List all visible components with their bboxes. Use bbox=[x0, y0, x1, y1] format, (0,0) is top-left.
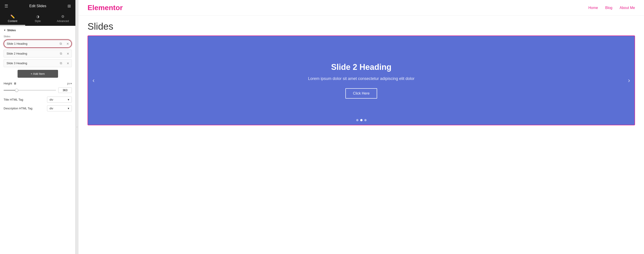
tab-style[interactable]: ◑ Style bbox=[25, 12, 50, 26]
slide-1-delete-button[interactable]: ✕ bbox=[64, 40, 71, 47]
style-tab-icon: ◑ bbox=[36, 14, 40, 19]
title-html-tag-select[interactable]: div ▾ bbox=[47, 97, 72, 103]
title-select-chevron-icon: ▾ bbox=[68, 98, 69, 101]
dot-3[interactable] bbox=[364, 119, 366, 121]
page-section-title: Slides bbox=[78, 16, 644, 35]
height-slider-thumb[interactable] bbox=[15, 89, 18, 92]
slide-item-1[interactable]: Slide 1 Heading ⧉ ✕ bbox=[4, 39, 72, 48]
slide-item-3[interactable]: Slide 3 Heading ⧉ ✕ bbox=[4, 59, 72, 67]
slide-cta-button[interactable]: Click Here bbox=[346, 88, 377, 99]
height-input[interactable] bbox=[58, 87, 72, 93]
description-html-tag-label: Description HTML Tag bbox=[4, 107, 45, 110]
slider-widget: ‹ Slide 2 Heading Lorem ipsum dolor sit … bbox=[88, 35, 635, 125]
tab-advanced[interactable]: ⚙ Advanced bbox=[50, 12, 76, 26]
section-label: Slides bbox=[7, 28, 16, 32]
section-slides-title[interactable]: ▼ Slides bbox=[4, 28, 72, 32]
slide-content: Slide 2 Heading Lorem ipsum dolor sit am… bbox=[290, 53, 432, 108]
slide-2-label: Slide 2 Heading bbox=[4, 50, 58, 57]
panel-content: ▼ Slides Slides Slide 1 Heading ⧉ ✕ Slid… bbox=[0, 26, 76, 254]
dot-2[interactable] bbox=[360, 119, 362, 121]
tab-content[interactable]: ✏️ Content bbox=[0, 12, 25, 26]
slide-1-duplicate-button[interactable]: ⧉ bbox=[58, 40, 64, 47]
advanced-tab-label: Advanced bbox=[57, 19, 69, 23]
slide-3-actions: ⧉ ✕ bbox=[58, 60, 72, 67]
height-slider-fill bbox=[4, 90, 17, 91]
slide-description: Lorem ipsum dolor sit amet consectetur a… bbox=[308, 76, 414, 81]
nav-link-about[interactable]: About Me bbox=[620, 6, 635, 10]
chevron-down-icon: ▾ bbox=[70, 82, 72, 85]
height-slider-row bbox=[4, 87, 72, 93]
left-panel: ☰ Edit Slides ⊞ ✏️ Content ◑ Style ⚙ Adv… bbox=[0, 0, 76, 254]
dot-1[interactable] bbox=[356, 119, 358, 121]
panel-header: ☰ Edit Slides ⊞ bbox=[0, 0, 76, 12]
description-html-tag-row: Description HTML Tag div ▾ bbox=[4, 105, 72, 111]
website-preview: Elementor Home Blog About Me Slides ‹ Sl… bbox=[78, 0, 644, 254]
nav-link-blog[interactable]: Blog bbox=[605, 6, 612, 10]
panel-title: Edit Slides bbox=[29, 4, 46, 8]
site-logo: Elementor bbox=[88, 3, 123, 12]
slide-heading: Slide 2 Heading bbox=[308, 62, 414, 72]
slide-dots bbox=[356, 119, 366, 121]
slide-3-delete-button[interactable]: ✕ bbox=[64, 60, 72, 67]
height-label: Height 🖥 bbox=[4, 82, 65, 85]
slide-3-duplicate-button[interactable]: ⧉ bbox=[58, 60, 64, 67]
description-html-tag-select[interactable]: div ▾ bbox=[47, 105, 72, 111]
collapse-panel-handle[interactable]: ‹ bbox=[76, 0, 78, 254]
slide-2-delete-button[interactable]: ✕ bbox=[64, 50, 72, 57]
desc-select-chevron-icon: ▾ bbox=[68, 107, 69, 110]
site-nav-links: Home Blog About Me bbox=[588, 6, 635, 10]
slide-2-duplicate-button[interactable]: ⧉ bbox=[58, 50, 64, 57]
section-arrow: ▼ bbox=[4, 29, 6, 31]
slide-2-actions: ⧉ ✕ bbox=[58, 50, 72, 57]
slides-field-label: Slides bbox=[4, 35, 72, 38]
nav-link-home[interactable]: Home bbox=[588, 6, 598, 10]
height-slider-track[interactable] bbox=[4, 90, 56, 91]
style-tab-label: Style bbox=[35, 19, 41, 23]
title-html-tag-row: Title HTML Tag div ▾ bbox=[4, 97, 72, 103]
slide-item-2[interactable]: Slide 2 Heading ⧉ ✕ bbox=[4, 50, 72, 57]
main-area: Elementor Home Blog About Me Slides ‹ Sl… bbox=[78, 0, 644, 254]
slider-prev-button[interactable]: ‹ bbox=[90, 75, 97, 86]
content-tab-icon: ✏️ bbox=[10, 14, 15, 19]
slide-1-label: Slide 1 Heading bbox=[4, 40, 58, 47]
slides-list: Slide 1 Heading ⧉ ✕ Slide 2 Heading ⧉ ✕ … bbox=[4, 39, 72, 67]
tabs-row: ✏️ Content ◑ Style ⚙ Advanced bbox=[0, 12, 76, 26]
slider-next-button[interactable]: › bbox=[626, 75, 632, 86]
height-row: Height 🖥 px ▾ bbox=[4, 82, 72, 85]
add-item-button[interactable]: + Add Item bbox=[18, 70, 58, 78]
grid-icon[interactable]: ⊞ bbox=[67, 3, 71, 9]
advanced-tab-icon: ⚙ bbox=[61, 14, 64, 19]
slide-3-label: Slide 3 Heading bbox=[4, 60, 58, 67]
title-html-tag-label: Title HTML Tag bbox=[4, 98, 45, 101]
site-nav: Elementor Home Blog About Me bbox=[78, 0, 644, 16]
hamburger-icon[interactable]: ☰ bbox=[4, 3, 8, 9]
monitor-icon: 🖥 bbox=[14, 82, 16, 85]
content-tab-label: Content bbox=[8, 19, 17, 23]
slide-1-actions: ⧉ ✕ bbox=[58, 40, 71, 47]
height-unit[interactable]: px ▾ bbox=[67, 82, 72, 85]
